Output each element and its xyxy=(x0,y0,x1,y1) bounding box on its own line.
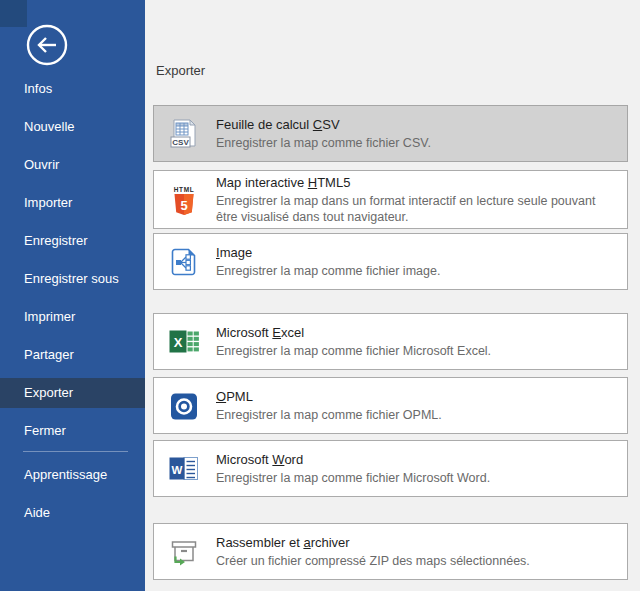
export-option-title: OPML xyxy=(216,388,442,405)
export-option-description: Enregistrer la map comme fichier CSV. xyxy=(216,135,431,151)
export-option-description: Enregistrer la map comme fichier Microso… xyxy=(216,470,490,486)
export-panel: Exporter CSV xyxy=(145,0,640,591)
export-option-title: Feuille de calcul CSV xyxy=(216,116,431,133)
html5-icon: HTML 5 xyxy=(168,184,200,216)
export-option-description: Enregistrer la map comme fichier OPML. xyxy=(216,407,442,423)
sidebar-item-nouvelle[interactable]: Nouvelle xyxy=(0,112,145,142)
export-option-description: Enregistrer la map comme fichier image. xyxy=(216,263,440,279)
export-option-image[interactable]: Image Enregistrer la map comme fichier i… xyxy=(153,233,628,290)
sidebar-item-importer[interactable]: Importer xyxy=(0,188,145,218)
sidebar-item-infos[interactable]: Infos xyxy=(0,74,145,104)
export-option-title: Rassembler et archiver xyxy=(216,534,530,551)
svg-text:HTML: HTML xyxy=(174,185,194,192)
export-option-description: Créer un fichier compressé ZIP des maps … xyxy=(216,553,530,569)
export-option-html5[interactable]: HTML 5 Map interactive HTML5 Enregistrer… xyxy=(153,170,628,229)
export-option-csv[interactable]: CSV Feuille de calcul CSV Enregistrer la… xyxy=(153,105,628,162)
sidebar-item-aide[interactable]: Aide xyxy=(0,498,145,528)
archive-box-icon xyxy=(168,536,200,568)
export-option-archive[interactable]: Rassembler et archiver Créer un fichier … xyxy=(153,523,628,580)
sidebar-item-enregistrer-sous[interactable]: Enregistrer sous xyxy=(0,264,145,294)
export-option-title: Microsoft Excel xyxy=(216,324,491,341)
csv-file-icon: CSV xyxy=(168,118,200,150)
export-option-word[interactable]: W Microsoft Word Enregistrer la map comm… xyxy=(153,440,628,497)
excel-icon: X xyxy=(168,326,200,358)
export-option-title: Microsoft Word xyxy=(216,451,490,468)
word-icon: W xyxy=(168,453,200,485)
back-button[interactable] xyxy=(25,23,69,67)
sidebar-item-partager[interactable]: Partager xyxy=(0,340,145,370)
opml-icon xyxy=(168,390,200,422)
export-option-title: Image xyxy=(216,244,440,261)
image-file-icon xyxy=(168,246,200,278)
export-option-title: Map interactive HTML5 xyxy=(216,174,617,191)
sidebar-divider xyxy=(23,451,128,452)
export-option-opml[interactable]: OPML Enregistrer la map comme fichier OP… xyxy=(153,377,628,434)
export-option-excel[interactable]: X Microsoft Excel Enregistrer la map com… xyxy=(153,313,628,370)
sidebar-item-exporter[interactable]: Exporter xyxy=(0,378,145,408)
svg-text:5: 5 xyxy=(180,197,187,212)
svg-text:X: X xyxy=(174,335,183,350)
svg-text:CSV: CSV xyxy=(172,138,189,147)
window-corner xyxy=(0,0,27,27)
sidebar-item-fermer[interactable]: Fermer xyxy=(0,416,145,446)
sidebar-item-ouvrir[interactable]: Ouvrir xyxy=(0,150,145,180)
sidebar-item-enregistrer[interactable]: Enregistrer xyxy=(0,226,145,256)
sidebar-item-apprentissage[interactable]: Apprentissage xyxy=(0,460,145,490)
backstage-sidebar: Infos Nouvelle Ouvrir Importer Enregistr… xyxy=(0,0,145,591)
export-option-description: Enregistrer la map dans un format intera… xyxy=(216,193,617,225)
svg-text:W: W xyxy=(172,463,183,475)
export-option-description: Enregistrer la map comme fichier Microso… xyxy=(216,343,491,359)
sidebar-item-imprimer[interactable]: Imprimer xyxy=(0,302,145,332)
page-title: Exporter xyxy=(156,63,205,78)
back-arrow-icon xyxy=(25,23,69,67)
backstage-view: Infos Nouvelle Ouvrir Importer Enregistr… xyxy=(0,0,640,591)
